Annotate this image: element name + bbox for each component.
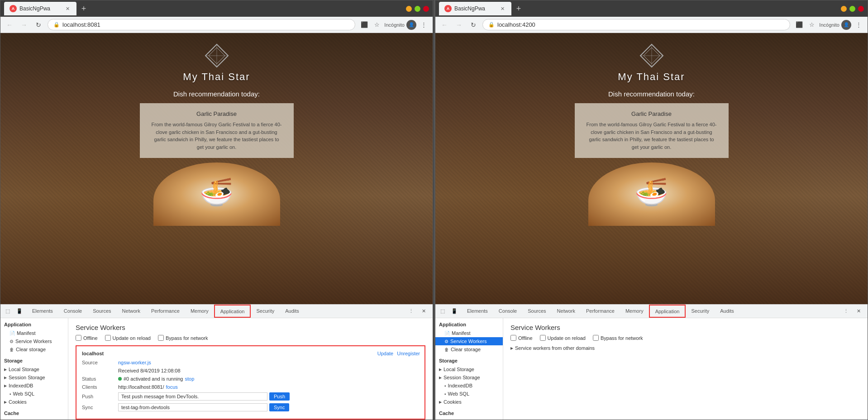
right-sw-bypass-option[interactable]: Bypass for network xyxy=(593,335,643,341)
left-sw-unregister-link[interactable]: Unregister xyxy=(397,351,420,356)
left-dt-tab-memory[interactable]: Memory xyxy=(185,305,214,318)
right-sidebar-localstorage[interactable]: ▶ Local Storage xyxy=(435,365,503,373)
right-devtools-main: Service Workers Offline Update on reload… xyxy=(503,318,868,420)
left-close-btn[interactable]: ✕ xyxy=(423,6,429,12)
left-sw-bypass-option[interactable]: Bypass for network xyxy=(158,335,208,341)
left-cookies-arrow: ▶ xyxy=(4,400,7,404)
left-tab-close-btn[interactable]: ✕ xyxy=(64,5,71,12)
right-sw-bypass-checkbox[interactable] xyxy=(593,335,599,341)
right-maximize-btn[interactable]: □ xyxy=(849,6,855,12)
right-sidebar-websql[interactable]: ▪ Web SQL xyxy=(435,390,503,398)
left-sw-push-input[interactable] xyxy=(118,392,267,401)
right-cast-btn[interactable]: ⬛ xyxy=(794,19,805,30)
left-sidebar-sessionstorage[interactable]: ▶ Session Storage xyxy=(0,373,68,382)
left-sidebar-manifest[interactable]: 📄 Manifest xyxy=(0,329,68,337)
right-devtools-close-btn[interactable]: ✕ xyxy=(853,306,864,317)
left-dt-tab-performance[interactable]: Performance xyxy=(146,305,185,318)
right-devtools-inspect-btn[interactable]: ⬚ xyxy=(437,306,448,317)
right-devtools-device-btn[interactable]: 📱 xyxy=(449,306,460,317)
right-tab-close-btn[interactable]: ✕ xyxy=(499,5,506,12)
left-active-tab[interactable]: A BasicNgPwa ✕ xyxy=(4,2,76,15)
right-sidebar-cookies[interactable]: ▶ Cookies xyxy=(435,398,503,406)
left-sidebar-clearstorage[interactable]: 🗑 Clear storage xyxy=(0,345,68,353)
left-sw-update-link[interactable]: Update xyxy=(377,351,393,356)
left-dt-tab-audits[interactable]: Audits xyxy=(280,305,305,318)
right-sw-offline-checkbox[interactable] xyxy=(510,335,516,341)
left-sw-push-btn[interactable]: Push xyxy=(269,392,290,401)
right-minimize-btn[interactable]: ─ xyxy=(841,6,847,12)
left-sw-update-checkbox[interactable] xyxy=(105,335,111,341)
left-focus-link[interactable]: focus xyxy=(166,384,178,390)
left-sw-offline-option[interactable]: Offline xyxy=(76,335,98,341)
right-devtools-more-btn[interactable]: ⋮ xyxy=(840,306,851,317)
left-sw-bypass-checkbox[interactable] xyxy=(158,335,164,341)
right-dish-description: From the world-famous Gilroy Garlic Fest… xyxy=(586,121,718,151)
right-dt-tab-performance[interactable]: Performance xyxy=(581,305,620,318)
left-dt-tab-security[interactable]: Security xyxy=(251,305,280,318)
right-sidebar-serviceworkers[interactable]: ⚙ Service Workers xyxy=(435,337,503,345)
left-devtools-close-btn[interactable]: ✕ xyxy=(418,306,429,317)
right-close-btn[interactable]: ✕ xyxy=(858,6,864,12)
left-bookmark-btn[interactable]: ☆ xyxy=(372,19,382,30)
right-sidebar-cachestorage[interactable]: ▶ Cache Storage xyxy=(435,418,503,420)
left-sw-stop-link[interactable]: stop xyxy=(185,376,194,382)
right-back-btn[interactable]: ← xyxy=(439,19,450,30)
right-sw-update-checkbox[interactable] xyxy=(540,335,546,341)
right-sw-update-option[interactable]: Update on reload xyxy=(540,335,586,341)
left-dt-tab-network[interactable]: Network xyxy=(117,305,146,318)
right-localstorage-label: Local Storage xyxy=(444,367,474,372)
left-devtools-inspect-btn[interactable]: ⬚ xyxy=(2,306,13,317)
right-thai-bg: My Thai Star Dish recommendation today: … xyxy=(435,33,868,304)
left-reload-btn[interactable]: ↻ xyxy=(33,19,44,30)
right-dt-tab-sources[interactable]: Sources xyxy=(522,305,551,318)
right-cookies-arrow: ▶ xyxy=(439,400,442,404)
right-url-bar[interactable]: 🔒 localhost:4200 xyxy=(482,19,790,30)
left-devtools-device-btn[interactable]: 📱 xyxy=(14,306,25,317)
left-sw-source-label: Source xyxy=(82,360,118,365)
left-dt-tab-sources[interactable]: Sources xyxy=(87,305,116,318)
left-sidebar-cookies[interactable]: ▶ Cookies xyxy=(0,398,68,406)
right-bookmark-btn[interactable]: ☆ xyxy=(806,19,817,30)
right-dt-tab-network[interactable]: Network xyxy=(552,305,581,318)
left-sidebar-indexeddb[interactable]: ▶ IndexedDB xyxy=(0,382,68,390)
left-maximize-btn[interactable]: □ xyxy=(415,6,420,12)
right-forward-btn[interactable]: → xyxy=(453,19,464,30)
left-sw-source-link[interactable]: ngsw-worker.js xyxy=(118,360,151,365)
left-sw-sync-input[interactable] xyxy=(118,403,267,411)
left-sidebar-websql[interactable]: ▪ Web SQL xyxy=(0,390,68,398)
left-new-tab-btn[interactable]: + xyxy=(77,2,90,15)
left-sidebar-localstorage[interactable]: ▶ Local Storage xyxy=(0,365,68,373)
right-reload-btn[interactable]: ↻ xyxy=(468,19,479,30)
right-dt-tab-security[interactable]: Security xyxy=(686,305,715,318)
right-dt-tab-application[interactable]: Application xyxy=(649,305,686,318)
right-sidebar-clearstorage[interactable]: 🗑 Clear storage xyxy=(435,345,503,353)
right-sidebar-sessionstorage[interactable]: ▶ Session Storage xyxy=(435,373,503,382)
left-client-url: http://localhost:8081/ xyxy=(118,384,164,390)
left-sw-update-option[interactable]: Update on reload xyxy=(105,335,151,341)
left-url-bar[interactable]: 🔒 localhost:8081 xyxy=(48,19,355,30)
left-minimize-btn[interactable]: ─ xyxy=(406,6,412,12)
left-cast-btn[interactable]: ⬛ xyxy=(359,19,370,30)
left-dt-tab-application[interactable]: Application xyxy=(214,305,251,318)
right-sidebar-indexeddb[interactable]: ▪ IndexedDB xyxy=(435,382,503,390)
right-menu-btn[interactable]: ⋮ xyxy=(853,19,864,30)
right-dt-tab-memory[interactable]: Memory xyxy=(620,305,649,318)
right-sw-other-domains[interactable]: ▶ Service workers from other domains xyxy=(510,345,860,351)
right-sidebar-manifest[interactable]: 📄 Manifest xyxy=(435,329,503,337)
left-dt-tab-elements[interactable]: Elements xyxy=(27,305,58,318)
right-new-tab-btn[interactable]: + xyxy=(512,2,525,15)
left-forward-btn[interactable]: → xyxy=(19,19,29,30)
left-sidebar-serviceworkers[interactable]: ⚙ Service Workers xyxy=(0,337,68,345)
left-devtools-more-btn[interactable]: ⋮ xyxy=(405,306,416,317)
right-dt-tab-elements[interactable]: Elements xyxy=(462,305,493,318)
left-menu-btn[interactable]: ⋮ xyxy=(418,19,429,30)
left-sidebar-cachestorage[interactable]: ▶ Cache Storage xyxy=(0,418,68,420)
left-back-btn[interactable]: ← xyxy=(4,19,15,30)
right-sw-offline-option[interactable]: Offline xyxy=(510,335,533,341)
right-dt-tab-console[interactable]: Console xyxy=(493,305,522,318)
right-active-tab[interactable]: A BasicNgPwa ✕ xyxy=(439,2,511,15)
left-sw-offline-checkbox[interactable] xyxy=(76,335,81,341)
left-sw-sync-btn[interactable]: Sync xyxy=(269,403,289,411)
left-dt-tab-console[interactable]: Console xyxy=(58,305,87,318)
right-dt-tab-audits[interactable]: Audits xyxy=(715,305,739,318)
